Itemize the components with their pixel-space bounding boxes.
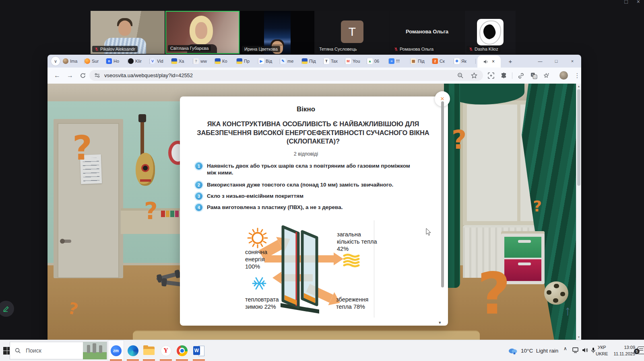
browser-tab[interactable]: VVid <box>150 55 171 68</box>
tab-search-chevron-icon[interactable]: ∨ <box>51 57 60 66</box>
orange-2-favicon: 2 <box>432 58 438 64</box>
url-text[interactable]: vseosvita.ua/webquest/play?id=42552 <box>104 72 457 78</box>
notification-badge: 5 <box>634 349 640 354</box>
participant-tile-romanova[interactable]: Романова Ольга Романова Ольга <box>390 11 464 54</box>
option-number-badge: 2 <box>195 181 202 189</box>
new-tab-button[interactable]: + <box>506 57 514 65</box>
weather-widget[interactable]: 10°C Light rain <box>508 340 558 361</box>
browser-tab[interactable]: ▤Під <box>411 55 432 68</box>
taskbar-app-chrome[interactable] <box>174 340 190 361</box>
page-scrollbar[interactable]: ▲ ▼ <box>576 84 581 340</box>
zoom-level-icon[interactable] <box>457 72 464 79</box>
browser-tab[interactable]: ✱Як <box>454 55 476 68</box>
answer-option-1[interactable]: 1 Наявність двох або трьох шарів скла з … <box>195 162 421 176</box>
browser-tab[interactable]: Під <box>302 55 324 68</box>
scrollbar-thumb[interactable] <box>577 89 580 186</box>
profile-avatar[interactable] <box>559 71 568 80</box>
sun-icon <box>248 228 267 248</box>
browser-window-controls: — □ × <box>532 55 580 68</box>
bookmark-star-icon[interactable] <box>471 72 477 79</box>
question-site-favicon: ? <box>193 58 199 64</box>
forward-button[interactable]: → <box>66 72 74 80</box>
close-button[interactable]: × <box>564 55 580 68</box>
participant-name-label: Романова Ольга <box>392 46 436 52</box>
address-bar[interactable]: vseosvita.ua/webquest/play?id=42552 <box>89 70 483 81</box>
answer-option-4[interactable]: 4 Рама виготовлена з пластику (ПВХ), а н… <box>195 204 421 211</box>
active-tab[interactable]: × <box>477 55 501 68</box>
tab-close-icon[interactable]: × <box>492 59 495 64</box>
taskbar-app-yandex[interactable]: Y <box>158 340 174 361</box>
site-info-icon[interactable] <box>94 72 100 78</box>
notification-center-icon[interactable]: 5 <box>638 347 644 354</box>
browser-tab[interactable]: Sur <box>85 55 106 68</box>
tab-title: Sur <box>92 59 103 64</box>
scrollbar-down-icon[interactable]: ▼ <box>576 336 581 338</box>
minimize-button[interactable]: — <box>532 55 548 68</box>
participant-tile-pikalov[interactable]: Pikalov Aleksandr <box>91 11 165 54</box>
rada-favicon <box>237 58 242 64</box>
rada-favicon <box>302 58 308 64</box>
answer-option-3[interactable]: 3 Скло з низько-емісійним покриттям <box>195 193 421 200</box>
word-icon: W <box>193 345 204 356</box>
scrollbar-up-icon[interactable]: ▲ <box>576 85 581 88</box>
extensions-icon[interactable] <box>500 72 508 80</box>
taskbar-app-word[interactable]: W <box>191 340 207 361</box>
taskbar-app-zoom[interactable]: zm <box>108 340 124 361</box>
microphone-icon[interactable] <box>591 347 596 355</box>
participant-tile-tetyana[interactable]: T Тетяна Сусловець <box>315 11 389 54</box>
browser-tab[interactable]: nHo <box>106 55 128 68</box>
avatar <box>477 19 504 45</box>
network-icon[interactable] <box>572 347 579 355</box>
option-number-badge: 1 <box>195 162 202 170</box>
browser-tab[interactable]: 2Ск <box>432 55 454 68</box>
label-total-heat: загальна кількість тепла 42% <box>337 231 379 252</box>
menu-kebab-icon[interactable]: ⋮ <box>573 72 581 80</box>
browser-tab[interactable]: Ima <box>63 55 85 68</box>
browser-tab[interactable]: ▶Від <box>258 55 280 68</box>
translate-icon[interactable]: ГG <box>530 72 538 80</box>
pencil-icon <box>2 305 10 312</box>
taskbar-clock[interactable]: 13:09 11.11.2025 <box>610 344 635 357</box>
browser-tab[interactable]: ✎me <box>280 55 302 68</box>
modal-scroll-down-icon[interactable]: ▾ <box>439 320 441 325</box>
taskbar-app-edge[interactable] <box>125 340 141 361</box>
zoom-close-button[interactable]: × <box>637 0 640 5</box>
tray-chevron-icon[interactable]: ∧ <box>564 346 567 351</box>
mic-off-icon <box>469 47 473 51</box>
taskbar-app-explorer[interactable] <box>141 340 157 361</box>
modal-scrollbar-thumb[interactable] <box>441 101 444 287</box>
page-content: ? ? ? <box>47 84 581 340</box>
browser-tab[interactable]: TTax <box>324 55 345 68</box>
browser-tab[interactable]: MYou <box>345 55 367 68</box>
tax-site-favicon: T <box>324 58 329 64</box>
browser-tab[interactable]: ▲06 <box>367 55 389 68</box>
zoom-restore-button[interactable]: □ <box>624 0 627 5</box>
browser-tab[interactable]: Ха <box>171 55 193 68</box>
browser-tab[interactable]: Klir <box>128 55 150 68</box>
link-icon[interactable] <box>517 72 525 80</box>
chrome-icon <box>177 345 188 356</box>
answers-count-hint: 2 відповіді <box>180 151 432 157</box>
speaker-icon[interactable] <box>582 347 588 355</box>
participant-tile-svitlana-active-speaker[interactable]: Світлана Губарєва <box>165 11 239 54</box>
browser-tab[interactable]: ?ww <box>193 55 215 68</box>
browser-tab[interactable]: Ко <box>215 55 237 68</box>
participant-name-label: Тетяна Сусловець <box>317 46 359 52</box>
reload-button[interactable] <box>79 72 87 80</box>
browser-tab[interactable]: ≡!!! <box>389 55 411 68</box>
participant-tile-dasha[interactable]: Dasha Klioz <box>465 11 516 54</box>
browser-tab[interactable]: Пр <box>237 55 258 68</box>
back-button[interactable]: ← <box>53 72 61 80</box>
answer-option-2[interactable]: 2 Використання дуже товстого скла (понад… <box>195 181 421 189</box>
language-indicator[interactable]: УКР UKRE <box>596 344 608 357</box>
participant-tile-irina[interactable]: Ирина Цветкова <box>240 11 314 54</box>
browser-toolbar: ← → vseosvita.ua/webquest/play?id=42552 <box>47 68 581 84</box>
screenshot-icon[interactable] <box>487 72 495 80</box>
book-site-favicon: ▤ <box>411 58 416 64</box>
search-highlight-image[interactable] <box>83 342 107 359</box>
restore-button[interactable]: □ <box>548 55 564 68</box>
notion-like-favicon: n <box>106 58 112 64</box>
annotation-pencil-button[interactable] <box>0 301 14 317</box>
tab-title: Як <box>461 59 473 64</box>
bookmark-sparkle-icon[interactable] <box>543 72 551 80</box>
